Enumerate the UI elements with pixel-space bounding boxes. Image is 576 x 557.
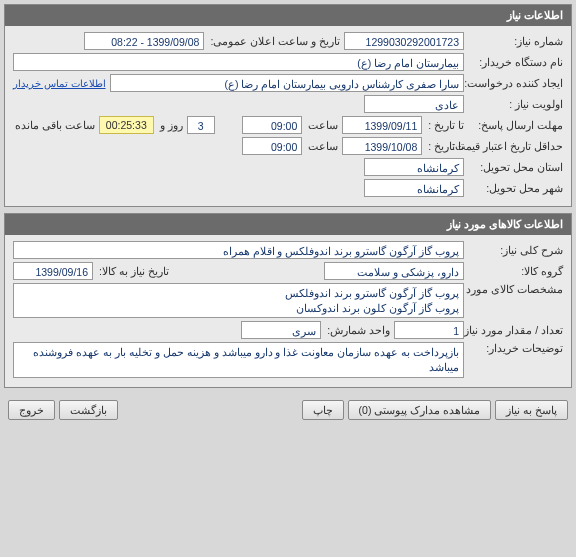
notes-field: بازپرداخت به عهده سازمان معاونت غذا و دا…: [13, 342, 464, 377]
need-info-header: اطلاعات نیاز: [5, 5, 571, 26]
group-field: دارو، پزشکی و سلامت: [324, 262, 464, 280]
city-field: کرمانشاه: [364, 179, 464, 197]
need-date-field: 1399/09/16: [13, 262, 93, 280]
province-field: کرمانشاه: [364, 158, 464, 176]
footer-toolbar: پاسخ به نیاز مشاهده مدارک پیوستی (0) چاپ…: [4, 394, 572, 426]
need-info-panel: اطلاعات نیاز شماره نیاز: 129903029200172…: [4, 4, 572, 207]
exit-button[interactable]: خروج: [8, 400, 55, 420]
attachments-button[interactable]: مشاهده مدارک پیوستی (0): [348, 400, 492, 420]
announce-label: تاریخ و ساعت اعلان عمومی:: [208, 35, 340, 47]
days-label: روز و: [158, 119, 183, 131]
priority-field: عادی: [364, 95, 464, 113]
org-field: بیمارستان امام رضا (ع): [13, 53, 464, 71]
contact-link[interactable]: اطلاعات تماس خریدار: [13, 78, 106, 89]
time-label-2: ساعت: [306, 140, 338, 152]
days-field: 3: [187, 116, 215, 134]
req-no-label: شماره نیاز:: [468, 35, 563, 47]
min-valid-time-field: 09:00: [242, 137, 302, 155]
countdown-field: 00:25:33: [99, 116, 154, 134]
spec-label: مشخصات کالای مورد نیاز:: [468, 283, 563, 295]
org-label: نام دستگاه خریدار:: [468, 56, 563, 68]
back-button[interactable]: بازگشت: [59, 400, 118, 420]
desc-label: شرح کلی نیاز:: [468, 244, 563, 256]
unit-label: واحد شمارش:: [325, 324, 390, 336]
spec-field: پروب گاز آرگون گاسترو برند اندوفلکس پروب…: [13, 283, 464, 318]
min-valid-label: حداقل تاریخ اعتبار قیمت:: [468, 140, 563, 152]
time-label-1: ساعت: [306, 119, 338, 131]
reply-button[interactable]: پاسخ به نیاز: [495, 400, 568, 420]
priority-label: اولویت نیاز :: [468, 98, 563, 110]
province-label: استان محل تحویل:: [468, 161, 563, 173]
creator-label: ایجاد کننده درخواست:: [468, 77, 563, 89]
until-date-field: 1399/09/11: [342, 116, 422, 134]
qty-field: 1: [394, 321, 464, 339]
print-button[interactable]: چاپ: [302, 400, 344, 420]
min-valid-until-label: تا تاریخ :: [426, 140, 464, 152]
until-label: تا تاریخ :: [426, 119, 464, 131]
unit-field: سری: [241, 321, 321, 339]
remaining-label: ساعت باقی مانده: [13, 119, 95, 131]
announce-field: 1399/09/08 - 08:22: [84, 32, 204, 50]
goods-info-panel: اطلاعات کالاهای مورد نیاز شرح کلی نیاز: …: [4, 213, 572, 388]
creator-field: سارا صفری کارشناس دارویی بیمارستان امام …: [110, 74, 464, 92]
group-label: گروه کالا:: [468, 265, 563, 277]
city-label: شهر محل تحویل:: [468, 182, 563, 194]
min-valid-date-field: 1399/10/08: [342, 137, 422, 155]
req-no-field: 1299030292001723: [344, 32, 464, 50]
deadline-label: مهلت ارسال پاسخ:: [468, 119, 563, 131]
notes-label: توضیحات خریدار:: [468, 342, 563, 354]
goods-info-header: اطلاعات کالاهای مورد نیاز: [5, 214, 571, 235]
need-date-label: تاریخ نیاز به کالا:: [97, 265, 169, 277]
until-time-field: 09:00: [242, 116, 302, 134]
qty-label: تعداد / مقدار مورد نیاز:: [468, 324, 563, 336]
desc-field: پروب گاز آرگون گاسترو برند اندوفلکس و اق…: [13, 241, 464, 259]
